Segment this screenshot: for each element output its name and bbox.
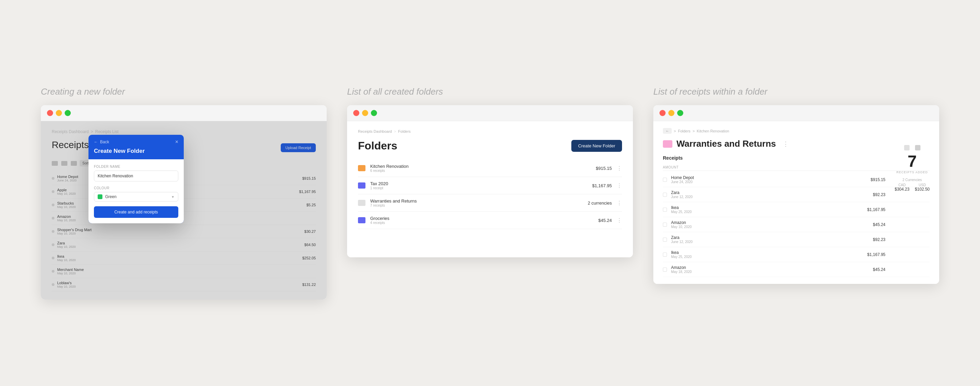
folder-amount: 2 currencies — [588, 201, 612, 206]
modal-body: Folder Name Colour Green ▼ Create and ad… — [89, 159, 184, 223]
tl-green-1[interactable] — [65, 110, 71, 116]
p3-receipt-row[interactable]: Ikea May 25, 2020 $1,167.95 — [663, 247, 930, 262]
tl-green-2[interactable] — [371, 110, 377, 116]
folder-menu-icon[interactable]: ⋮ — [617, 182, 622, 189]
p3-back-button[interactable]: ← — [663, 128, 672, 134]
folder-sub: 6 receipts — [370, 169, 596, 172]
p2-nav-dashboard[interactable]: Receipts Dashboard — [358, 129, 392, 134]
p3-receipt-name: Amazon — [671, 265, 873, 270]
p3-delete-icon[interactable] — [904, 145, 910, 150]
folder-row[interactable]: Groceries 4 receipts $45.24 ⋮ — [358, 212, 622, 229]
p3-receipt-amount: $915.15 — [871, 177, 885, 182]
p3-folders-link[interactable]: Folders — [678, 129, 690, 133]
p2-header: Folders Create New Folder — [358, 140, 622, 152]
tl-green-3[interactable] — [677, 110, 683, 116]
color-swatch — [98, 195, 102, 199]
modal-close-button[interactable]: × — [175, 139, 178, 145]
p3-receipt-row[interactable]: Home Depot June 24, 2020 $915.15 — [663, 172, 930, 187]
folder-menu-icon[interactable]: ⋮ — [617, 200, 622, 206]
folder-row[interactable]: Kitchen Renovation 6 receipts $915.15 ⋮ — [358, 160, 622, 177]
create-folder-modal: ← Back × Create New Folder Folder Name C… — [89, 135, 184, 223]
p3-receipt-date: May 10, 2020 — [671, 225, 873, 229]
folder-name: Tax 2020 — [370, 181, 592, 186]
folder-row[interactable]: Tax 2020 1 receipt $1,167.95 ⋮ — [358, 177, 622, 195]
p3-receipt-row[interactable]: Zara June 12, 2020 $92.23 — [663, 187, 930, 202]
color-selector[interactable]: Green ▼ — [94, 192, 178, 201]
p3-header: Warranties and Returns ⋮ — [663, 139, 930, 149]
p3-checkbox[interactable] — [663, 178, 667, 182]
folder-menu-icon[interactable]: ⋮ — [617, 217, 622, 223]
p3-currency-usd: USD $102.50 — [915, 183, 930, 191]
p3-receipt-amount: $45.24 — [873, 267, 885, 272]
panel3-browser: ← > Folders > Kitchen Renovation Warrant… — [653, 105, 939, 284]
folder-name-input[interactable] — [94, 171, 178, 182]
p3-receipt-info: Amazon May 18, 2020 — [671, 265, 873, 274]
create-and-add-button[interactable]: Create and add receipts — [94, 206, 178, 218]
panel2-inner: Receipts Dashboard > Folders Folders Cre… — [347, 121, 633, 237]
p3-checkbox[interactable] — [663, 238, 667, 242]
p3-folder-icon — [663, 140, 672, 148]
p3-receipt-amount: $1,167.95 — [867, 252, 885, 257]
folder-info: Warranties and Returns 7 receipts — [370, 198, 588, 207]
folder-amount: $45.24 — [598, 218, 612, 223]
p3-checkbox[interactable] — [663, 193, 667, 197]
folder-amount: $915.15 — [596, 166, 612, 171]
modal-header: ← Back × — [89, 135, 184, 148]
p3-currency-row: CAD $304.23 USD $102.50 — [894, 183, 930, 191]
p3-receipt-name: Ikea — [671, 205, 867, 210]
p3-section-title: Receipts — [663, 155, 930, 161]
p3-folder-title: Warranties and Returns — [676, 139, 776, 149]
p3-receipt-row[interactable]: Ikea May 25, 2020 $1,167.95 — [663, 202, 930, 217]
p3-receipt-info: Zara June 12, 2020 — [671, 190, 873, 199]
folder-info: Groceries 4 receipts — [370, 216, 598, 225]
main-container: Creating a new folder Receipts Dashboard… — [0, 66, 980, 320]
modal-back-button[interactable]: ← Back — [94, 140, 109, 144]
folder-row[interactable]: Warranties and Returns 7 receipts 2 curr… — [358, 195, 622, 212]
folder-menu-icon[interactable]: ⋮ — [617, 165, 622, 172]
p3-receipt-name: Amazon — [671, 220, 873, 225]
p3-receipt-amount: $1,167.95 — [867, 207, 885, 212]
p3-checkbox[interactable] — [663, 207, 667, 212]
p3-receipt-date: May 25, 2020 — [671, 210, 867, 214]
p3-receipt-info: Home Depot June 24, 2020 — [671, 175, 871, 184]
tl-yellow-1[interactable] — [56, 110, 62, 116]
p3-receipt-name: Zara — [671, 235, 873, 240]
p3-receipt-row[interactable]: Amazon May 18, 2020 $45.24 — [663, 262, 930, 277]
tl-red-2[interactable] — [353, 110, 360, 116]
tl-red-3[interactable] — [659, 110, 666, 116]
p3-receipt-list: Home Depot June 24, 2020 $915.15 Zara Ju… — [663, 172, 930, 277]
p3-stats-panel: 7 RECEIPTS ADDED 2 Currencies CAD $304.2… — [894, 145, 930, 191]
p3-checkbox[interactable] — [663, 268, 667, 272]
panel3-titlebar — [653, 105, 939, 121]
tl-yellow-2[interactable] — [362, 110, 368, 116]
tl-red-1[interactable] — [47, 110, 53, 116]
p3-currencies-panel: 2 Currencies CAD $304.23 USD $102.50 — [894, 178, 930, 191]
panel3-inner: ← > Folders > Kitchen Renovation Warrant… — [653, 121, 939, 284]
p3-receipt-info: Ikea May 25, 2020 — [671, 205, 867, 214]
p3-checkbox[interactable] — [663, 223, 667, 227]
folder-icon — [358, 182, 366, 188]
p3-more-menu-icon[interactable]: ⋮ — [783, 140, 789, 148]
p3-receipt-name: Ikea — [671, 250, 867, 255]
p3-receipt-row[interactable]: Zara June 12, 2020 $92.23 — [663, 232, 930, 247]
panel2-titlebar — [347, 105, 633, 121]
folder-icon — [358, 165, 366, 171]
p3-nav: ← > Folders > Kitchen Renovation — [663, 128, 930, 134]
p2-folder-list: Kitchen Renovation 6 receipts $915.15 ⋮ … — [358, 160, 622, 229]
p3-table-header: Amount — [663, 164, 930, 171]
p3-checkbox[interactable] — [663, 252, 667, 257]
panel2-browser: Receipts Dashboard > Folders Folders Cre… — [347, 105, 633, 257]
back-arrow-icon: ← — [94, 140, 98, 144]
p3-stats-number: 7 — [894, 152, 930, 171]
color-label: Colour — [94, 186, 178, 190]
color-name: Green — [105, 195, 169, 199]
p3-receipt-name: Home Depot — [671, 175, 871, 180]
p3-currencies-label: 2 Currencies — [894, 178, 930, 182]
tl-yellow-3[interactable] — [668, 110, 675, 116]
p3-receipt-date: May 18, 2020 — [671, 270, 873, 274]
p3-receipt-row[interactable]: Amazon May 10, 2020 $45.24 — [663, 217, 930, 232]
p3-action-icon[interactable] — [915, 145, 920, 150]
p3-receipt-date: June 24, 2020 — [671, 180, 871, 184]
p2-nav-folders[interactable]: Folders — [398, 129, 411, 134]
create-new-folder-button[interactable]: Create New Folder — [571, 140, 622, 152]
